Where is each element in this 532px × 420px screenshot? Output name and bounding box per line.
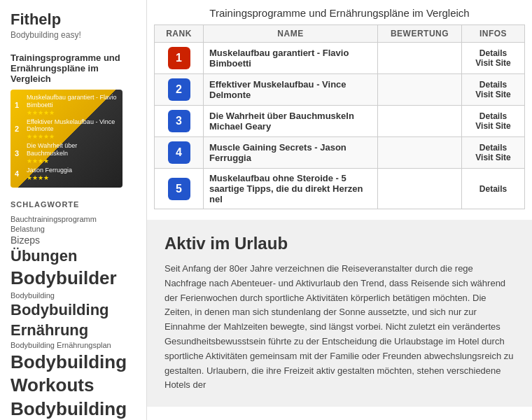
visit-site-link[interactable]: Visit Site [468,90,519,99]
rank-cell: 5 [155,169,204,209]
visit-site-link[interactable]: Visit Site [468,153,519,162]
mini-rank-item: 3 Die Wahrheit über Bauchmuskeln ★★★★ [15,142,118,164]
name-cell: Muskelaufbau garantiert - Flavio Bimboet… [204,43,378,74]
keyword-link[interactable]: Bodybuilding [10,351,136,374]
table-row: 1Muskelaufbau garantiert - Flavio Bimboe… [155,43,525,74]
rank-cell: 3 [155,106,204,137]
rank-badge: 3 [168,110,190,132]
table-row: 2Effektiver Muskelaufbau - Vince Delmont… [155,74,525,106]
rank-cell: 4 [155,137,204,169]
rank-badge: 5 [168,178,190,200]
details-link[interactable]: Details [468,184,519,194]
infos-cell: DetailsVisit Site [462,106,525,137]
keyword-link[interactable]: Bodybuilding [10,398,136,420]
bewertung-cell [378,169,462,209]
table-section: Trainingsprogramme und Ernährungspläne i… [147,7,532,216]
mini-rank-item: 2 Effektiver Muskelaufbau - Vince Delmon… [15,118,118,141]
article-body: Seit Anfang der 80er Jahre verzeichnen d… [164,262,514,393]
bewertung-cell [378,137,462,169]
table-row: 4Muscle Gaining Secrets - Jason Ferruggi… [155,137,525,169]
keyword-link[interactable]: Bodybuilding [10,290,136,300]
table-title: Trainingsprogramme und Ernährungspläne i… [154,7,525,19]
col-header-infos: INFOS [462,25,525,43]
table-row: 3Die Wahrheit über Bauchmuskeln Michael … [155,106,525,137]
visit-site-link[interactable]: Visit Site [468,121,519,131]
rank-badge: 1 [168,47,190,69]
name-cell: Muscle Gaining Secrets - Jason Ferruggia [204,137,378,169]
rank-cell: 2 [155,74,204,106]
details-link[interactable]: Details [468,80,519,90]
bewertung-cell [378,106,462,137]
keyword-link[interactable]: Bodybuilder [10,267,136,290]
site-subtitle: Bodybuilding easy! [10,30,136,40]
details-link[interactable]: Details [468,48,519,58]
infos-cell: DetailsVisit Site [462,137,525,169]
keyword-link[interactable]: Bizeps [10,234,136,246]
table-row: 5Muskelaufbau ohne Steroide - 5 saartige… [155,169,525,209]
sidebar-section-title: Trainingsprogramme und Ernährungspläne i… [10,52,136,84]
infos-cell: DetailsVisit Site [462,43,525,74]
keywords-label: SCHLAGWORTE [10,200,136,209]
name-cell: Die Wahrheit über Bauchmuskeln Michael G… [204,106,378,137]
article-title: Aktiv im Urlaub [164,234,514,253]
visit-site-link[interactable]: Visit Site [468,58,519,68]
ranking-table: RANK NAME BEWERTUNG INFOS 1Muskelaufbau … [154,24,525,209]
details-link[interactable]: Details [468,143,519,153]
bewertung-cell [378,74,462,106]
name-cell: Effektiver Muskelaufbau - Vince Delmonte [204,74,378,106]
mini-rank-item: 1 Muskelaufbau garantiert - Flavio Bimbo… [15,94,118,116]
keyword-link[interactable]: Bodybuilding Ernährungsplan [10,340,136,350]
col-header-bewertung: BEWERTUNG [378,25,462,43]
infos-cell: Details [462,169,525,209]
keyword-link[interactable]: Bauchtrainingsprogramm [10,214,136,224]
mini-rank-item: 4 Jason Ferruggia ★★★★ [15,167,118,181]
infos-cell: DetailsVisit Site [462,74,525,106]
col-header-name: NAME [204,25,378,43]
rank-badge: 2 [168,78,190,101]
main-content: Trainingsprogramme und Ernährungspläne i… [147,0,532,420]
article-section: Aktiv im Urlaub Seit Anfang der 80er Jah… [147,220,532,407]
keyword-link[interactable]: Belastung [10,224,136,234]
site-title: Fithelp [10,10,136,29]
col-header-rank: RANK [155,25,204,43]
details-link[interactable]: Details [468,111,519,121]
name-cell: Muskelaufbau ohne Steroide - 5 saartige … [204,169,378,209]
keyword-link[interactable]: Ernährung [10,321,136,341]
bewertung-cell [378,43,462,74]
rank-badge: 4 [168,141,190,164]
keyword-link[interactable]: Übungen [10,246,136,267]
rank-cell: 1 [155,43,204,74]
sidebar: Fithelp Bodybuilding easy! Trainingsprog… [0,0,147,420]
keyword-link[interactable]: Bodybuilding [10,300,136,321]
keyword-link[interactable]: Workouts [10,374,136,398]
mini-ranking-widget: 1 Muskelaufbau garantiert - Flavio Bimbo… [10,90,122,188]
keywords-section: SCHLAGWORTE Bauchtrainingsprogramm Belas… [10,200,136,420]
